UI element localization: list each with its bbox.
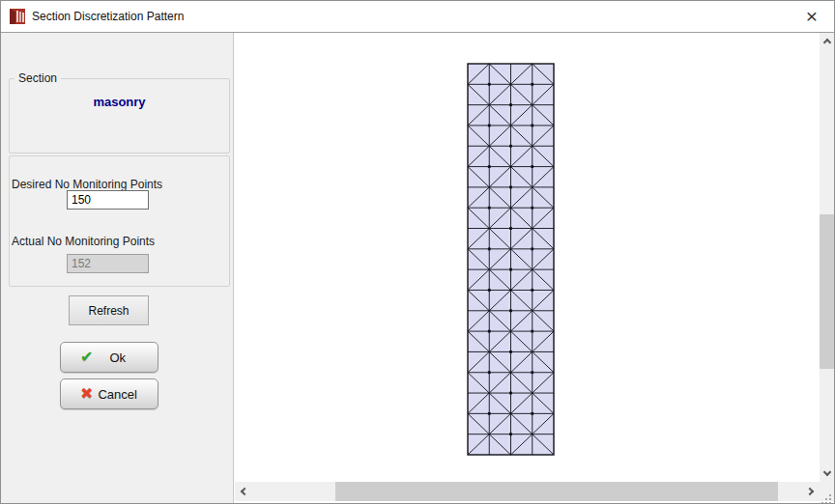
desired-points-label: Desired No Monitoring Points (12, 178, 162, 191)
close-button[interactable]: × (792, 1, 831, 31)
section-name-value: masonry (10, 95, 229, 109)
chevron-left-icon (241, 488, 248, 495)
window-title: Section Discretization Pattern (32, 10, 184, 23)
actual-points-label: Actual No Monitoring Points (12, 235, 155, 248)
chevron-up-icon (823, 39, 831, 46)
scroll-left-button[interactable] (235, 482, 251, 501)
cross-icon: ✖ (80, 386, 93, 402)
refresh-button[interactable]: Refresh (69, 295, 149, 325)
ok-button[interactable]: ✔ Ok (60, 342, 158, 373)
cancel-button-label: Cancel (93, 387, 142, 402)
scroll-up-button[interactable] (820, 33, 835, 49)
scrollbar-corner (820, 482, 835, 501)
resize-grip-icon[interactable] (829, 494, 831, 496)
ok-button-label: Ok (93, 350, 142, 365)
desired-points-input[interactable] (67, 190, 149, 210)
section-mesh (467, 63, 555, 456)
vertical-scrollbar[interactable] (820, 33, 835, 482)
check-icon: ✔ (80, 350, 93, 365)
horizontal-scrollbar[interactable] (235, 482, 820, 501)
cancel-button[interactable]: ✖ Cancel (60, 378, 158, 409)
section-groupbox: Section masonry (9, 78, 230, 154)
chevron-right-icon (806, 488, 814, 495)
scroll-down-button[interactable] (820, 465, 835, 482)
title-bar: Section Discretization Pattern × (1, 1, 834, 32)
discretization-canvas (235, 33, 820, 482)
actual-points-input (67, 254, 149, 273)
vertical-scroll-thumb[interactable] (820, 214, 835, 369)
horizontal-scroll-thumb[interactable] (335, 482, 778, 501)
section-group-label: Section (14, 71, 61, 85)
control-panel: Section masonry Desired No Monitoring Po… (1, 33, 234, 504)
chevron-down-icon (823, 468, 831, 476)
app-icon (10, 9, 25, 24)
scroll-right-button[interactable] (803, 482, 820, 501)
dialog-window: Section Discretization Pattern × Section… (0, 0, 835, 504)
